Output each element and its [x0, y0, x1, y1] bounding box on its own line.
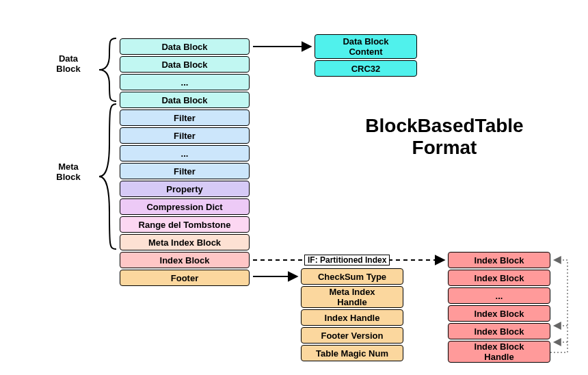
footer-3: Footer Version: [301, 327, 403, 344]
main-3: Data Block: [120, 92, 250, 108]
indexp-0: Index Block: [448, 252, 550, 268]
main-4: Filter: [120, 109, 250, 126]
content-0: Data Block Content: [315, 34, 417, 59]
main-10: Range del Tombstone: [120, 216, 250, 233]
footer-4: Table Magic Num: [301, 345, 403, 361]
group-label-data: Data Block: [41, 53, 96, 74]
indexp-2: ...: [448, 287, 550, 304]
main-7: Filter: [120, 163, 250, 179]
footer-1: Meta Index Handle: [301, 286, 403, 308]
main-9: Compression Dict: [120, 198, 250, 215]
brace-meta: [99, 104, 116, 249]
main-8: Property: [120, 181, 250, 197]
brace-data: [99, 38, 116, 101]
main-11: Meta Index Block: [120, 234, 250, 250]
title-line1: BlockBasedTable: [342, 115, 547, 137]
group-label-meta: Meta Block: [41, 161, 96, 182]
main-6: ...: [120, 145, 250, 161]
main-12: Index Block: [120, 252, 250, 268]
main-5: Filter: [120, 127, 250, 144]
main-13: Footer: [120, 270, 250, 286]
indexp-5: Index Block Handle: [448, 341, 550, 363]
footer-0: CheckSum Type: [301, 268, 403, 285]
title-line2: Format: [342, 137, 547, 159]
footer-2: Index Handle: [301, 309, 403, 326]
content-1: CRC32: [315, 60, 417, 77]
main-2: ...: [120, 74, 250, 90]
indexp-1: Index Block: [448, 270, 550, 286]
main-1: Data Block: [120, 56, 250, 73]
diagram-stage: { "title_line1": "BlockBasedTable", "tit…: [0, 0, 588, 375]
main-0: Data Block: [120, 38, 250, 55]
indexp-3: Index Block: [448, 305, 550, 322]
indexp-4: Index Block: [448, 323, 550, 339]
connector-handle-loop: [550, 260, 567, 352]
if-partitioned-label: IF: Partitioned Index: [304, 255, 390, 266]
